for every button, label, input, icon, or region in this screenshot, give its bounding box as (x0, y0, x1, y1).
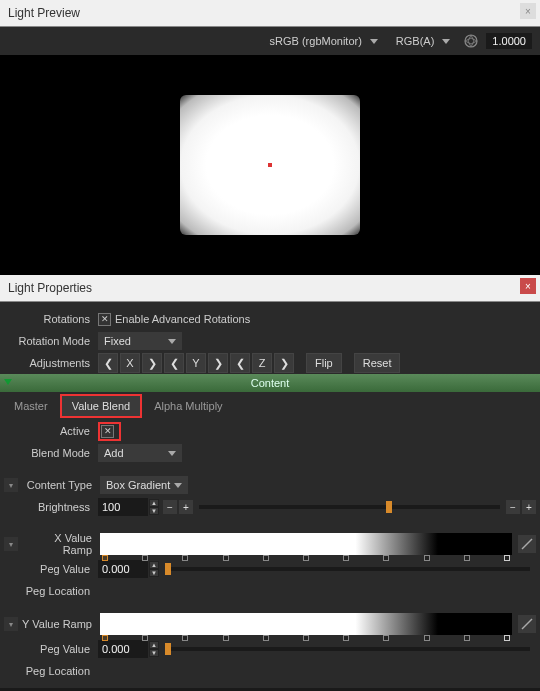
y-ramp-label: Y Value Ramp (22, 618, 100, 630)
z-left-button[interactable]: ❮ (230, 353, 250, 373)
brightness-range-plus[interactable]: + (522, 500, 536, 514)
chevron-down-icon (168, 451, 176, 456)
x-peg-spinner[interactable]: ▲▼ (149, 561, 159, 577)
channels-dropdown[interactable]: RGB(A) (390, 33, 457, 49)
y-left-button[interactable]: ❮ (164, 353, 184, 373)
y-ramp-curve-toggle[interactable] (518, 615, 536, 633)
brightness-decr-incr: − + (163, 500, 193, 514)
brightness-range-minus[interactable]: − (506, 500, 520, 514)
rotation-mode-value: Fixed (104, 335, 131, 347)
collapse-x-ramp[interactable]: ▾ (4, 537, 18, 551)
adjustments-bar: ❮ X ❯ ❮ Y ❯ ❮ Z ❯ Flip Reset (98, 353, 400, 373)
x-peg-slider[interactable] (165, 567, 530, 571)
preview-image (170, 85, 370, 245)
brightness-input[interactable] (98, 498, 148, 516)
x-left-button[interactable]: ❮ (98, 353, 118, 373)
y-ramp-handle-end[interactable] (504, 635, 510, 641)
brightness-slider-handle[interactable] (386, 501, 392, 513)
exposure-input[interactable]: 1.0000 (486, 33, 532, 49)
content-header[interactable]: Content (0, 374, 540, 392)
y-peg-spinner[interactable]: ▲▼ (149, 641, 159, 657)
tabs-bar: Master Value Blend Alpha Multiply (0, 392, 540, 420)
brightness-label: Brightness (4, 501, 98, 513)
x-ramp-handle-0[interactable] (102, 555, 108, 561)
blend-mode-select[interactable]: Add (98, 444, 182, 462)
x-ramp-handle-3[interactable] (223, 555, 229, 561)
y-ramp-gradient[interactable] (100, 613, 512, 635)
y-peg-slider[interactable] (165, 647, 530, 651)
aperture-icon[interactable] (462, 32, 480, 50)
close-preview-button[interactable]: × (520, 3, 536, 19)
chevron-down-icon (168, 339, 176, 344)
blend-mode-row: Blend Mode Add (0, 442, 540, 464)
svg-line-1 (522, 539, 532, 549)
flip-button[interactable]: Flip (306, 353, 342, 373)
active-checkbox[interactable] (101, 425, 114, 438)
tab-alpha-multiply[interactable]: Alpha Multiply (144, 396, 232, 416)
x-ramp-handle-5[interactable] (303, 555, 309, 561)
content-type-row: ▾ Content Type Box Gradient (0, 474, 540, 496)
x-ramp-handle-2[interactable] (182, 555, 188, 561)
properties-title: Light Properties (8, 281, 92, 295)
brightness-plus[interactable]: + (179, 500, 193, 514)
x-peg-location-row: Peg Location (0, 580, 540, 602)
y-ramp-row: ▾ Y Value Ramp (0, 610, 540, 638)
y-peg-location-row: Peg Location (0, 660, 540, 682)
brightness-slider[interactable] (199, 505, 500, 509)
x-peg-value-row: Peg Value ▲▼ (0, 558, 540, 580)
x-peg-value-label: Peg Value (4, 563, 98, 575)
content-type-select[interactable]: Box Gradient (100, 476, 188, 494)
y-axis-button[interactable]: Y (186, 353, 206, 373)
rotation-mode-select[interactable]: Fixed (98, 332, 182, 350)
x-peg-value-input[interactable] (98, 560, 148, 578)
x-ramp-gradient[interactable] (100, 533, 512, 555)
x-ramp-handle-6[interactable] (343, 555, 349, 561)
y-ramp-handle-2[interactable] (182, 635, 188, 641)
x-ramp-handle-end[interactable] (504, 555, 510, 561)
tab-value-blend[interactable]: Value Blend (60, 394, 143, 418)
content-header-label: Content (251, 377, 290, 389)
light-shape (180, 95, 360, 235)
active-row: Active (0, 420, 540, 442)
y-ramp-handle-0[interactable] (102, 635, 108, 641)
x-ramp-curve-toggle[interactable] (518, 535, 536, 553)
y-ramp-handle-5[interactable] (303, 635, 309, 641)
x-peg-slider-handle[interactable] (165, 563, 171, 575)
y-ramp-handle-6[interactable] (343, 635, 349, 641)
adjustments-label: Adjustments (4, 357, 98, 369)
reset-button[interactable]: Reset (354, 353, 401, 373)
tab-master[interactable]: Master (4, 396, 58, 416)
y-right-button[interactable]: ❯ (208, 353, 228, 373)
y-ramp-handle-1[interactable] (142, 635, 148, 641)
x-ramp-handle-4[interactable] (263, 555, 269, 561)
y-ramp-handle-4[interactable] (263, 635, 269, 641)
enable-adv-rotations-label: Enable Advanced Rotations (115, 313, 250, 325)
colorspace-dropdown[interactable]: sRGB (rgbMonitor) (264, 33, 384, 49)
x-ramp-handle-1[interactable] (142, 555, 148, 561)
collapse-content-type[interactable]: ▾ (4, 478, 18, 492)
collapse-triangle-icon (4, 379, 12, 385)
x-ramp-handles (100, 555, 512, 561)
y-ramp-handle-9[interactable] (464, 635, 470, 641)
preview-viewport[interactable] (0, 55, 540, 275)
z-right-button[interactable]: ❯ (274, 353, 294, 373)
x-right-button[interactable]: ❯ (142, 353, 162, 373)
brightness-spinner[interactable]: ▲▼ (149, 499, 159, 515)
enable-adv-rotations-checkbox[interactable] (98, 313, 111, 326)
brightness-minus[interactable]: − (163, 500, 177, 514)
x-ramp-handle-7[interactable] (383, 555, 389, 561)
collapse-y-ramp[interactable]: ▾ (4, 617, 18, 631)
x-ramp-handle-9[interactable] (464, 555, 470, 561)
x-ramp-handle-8[interactable] (424, 555, 430, 561)
x-peg-location-label: Peg Location (4, 585, 98, 597)
y-peg-location-label: Peg Location (4, 665, 98, 677)
x-axis-button[interactable]: X (120, 353, 140, 373)
close-properties-button[interactable]: × (520, 278, 536, 294)
y-ramp-handle-8[interactable] (424, 635, 430, 641)
preview-toolbar: sRGB (rgbMonitor) RGB(A) 1.0000 (0, 27, 540, 55)
y-ramp-handle-3[interactable] (223, 635, 229, 641)
y-peg-slider-handle[interactable] (165, 643, 171, 655)
z-axis-button[interactable]: Z (252, 353, 272, 373)
y-ramp-handle-7[interactable] (383, 635, 389, 641)
y-peg-value-input[interactable] (98, 640, 148, 658)
